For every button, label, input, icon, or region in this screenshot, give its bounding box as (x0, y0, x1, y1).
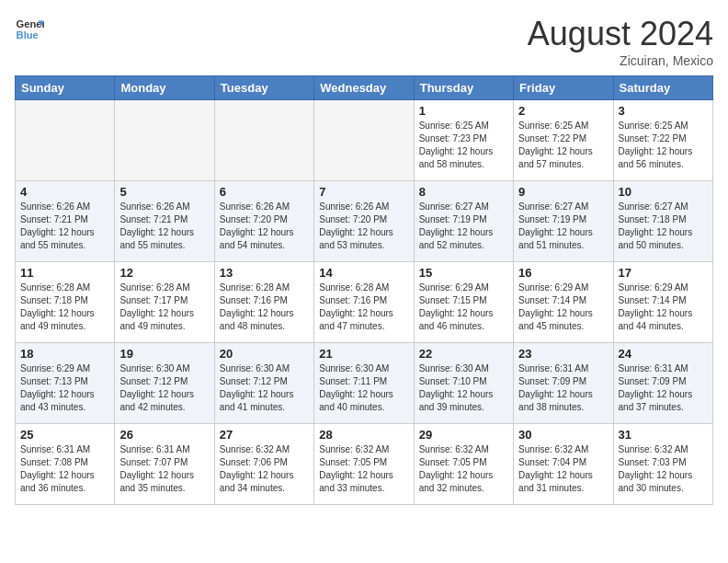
calendar-day-cell: 27Sunrise: 6:32 AM Sunset: 7:06 PM Dayli… (214, 424, 313, 505)
calendar-day-cell: 18Sunrise: 6:29 AM Sunset: 7:13 PM Dayli… (16, 343, 115, 424)
month-title: August 2024 (528, 15, 713, 53)
empty-cell (16, 100, 115, 181)
day-info: Sunrise: 6:29 AM Sunset: 7:15 PM Dayligh… (419, 282, 508, 333)
day-info: Sunrise: 6:26 AM Sunset: 7:21 PM Dayligh… (20, 201, 109, 252)
day-number: 27 (220, 428, 309, 442)
calendar-day-cell: 14Sunrise: 6:28 AM Sunset: 7:16 PM Dayli… (314, 262, 414, 343)
day-info: Sunrise: 6:28 AM Sunset: 7:16 PM Dayligh… (319, 282, 408, 333)
page-header: General Blue August 2024 Zicuiran, Mexic… (15, 15, 713, 68)
weekday-header: Thursday (414, 76, 513, 100)
calendar-day-cell: 28Sunrise: 6:32 AM Sunset: 7:05 PM Dayli… (314, 424, 414, 505)
calendar-day-cell: 7Sunrise: 6:26 AM Sunset: 7:20 PM Daylig… (314, 181, 414, 262)
calendar-day-cell: 19Sunrise: 6:30 AM Sunset: 7:12 PM Dayli… (115, 343, 214, 424)
day-info: Sunrise: 6:29 AM Sunset: 7:14 PM Dayligh… (518, 282, 608, 333)
day-number: 14 (319, 266, 408, 280)
calendar-day-cell: 21Sunrise: 6:30 AM Sunset: 7:11 PM Dayli… (314, 343, 414, 424)
day-info: Sunrise: 6:25 AM Sunset: 7:22 PM Dayligh… (518, 120, 608, 171)
day-number: 17 (619, 266, 708, 280)
day-number: 5 (119, 185, 209, 199)
day-number: 6 (220, 185, 309, 199)
calendar-day-cell: 31Sunrise: 6:32 AM Sunset: 7:03 PM Dayli… (613, 424, 712, 505)
day-info: Sunrise: 6:28 AM Sunset: 7:16 PM Dayligh… (220, 282, 309, 333)
calendar-day-cell: 1Sunrise: 6:25 AM Sunset: 7:23 PM Daylig… (414, 100, 513, 181)
day-number: 26 (119, 428, 209, 442)
svg-text:Blue: Blue (17, 29, 39, 40)
day-number: 20 (220, 347, 309, 361)
day-info: Sunrise: 6:30 AM Sunset: 7:12 PM Dayligh… (220, 362, 309, 414)
day-info: Sunrise: 6:25 AM Sunset: 7:22 PM Dayligh… (619, 120, 708, 171)
day-number: 13 (220, 266, 309, 280)
day-info: Sunrise: 6:27 AM Sunset: 7:19 PM Dayligh… (518, 201, 608, 252)
calendar-day-cell: 3Sunrise: 6:25 AM Sunset: 7:22 PM Daylig… (613, 100, 712, 181)
calendar-day-cell: 13Sunrise: 6:28 AM Sunset: 7:16 PM Dayli… (214, 262, 313, 343)
day-number: 8 (419, 185, 508, 199)
day-info: Sunrise: 6:29 AM Sunset: 7:13 PM Dayligh… (20, 362, 109, 414)
day-number: 15 (419, 266, 508, 280)
calendar-day-cell: 20Sunrise: 6:30 AM Sunset: 7:12 PM Dayli… (214, 343, 313, 424)
day-info: Sunrise: 6:31 AM Sunset: 7:08 PM Dayligh… (20, 443, 109, 495)
day-number: 3 (619, 104, 708, 118)
calendar-day-cell: 2Sunrise: 6:25 AM Sunset: 7:22 PM Daylig… (514, 100, 613, 181)
calendar-day-cell: 4Sunrise: 6:26 AM Sunset: 7:21 PM Daylig… (16, 181, 115, 262)
day-info: Sunrise: 6:26 AM Sunset: 7:20 PM Dayligh… (220, 201, 309, 252)
day-info: Sunrise: 6:30 AM Sunset: 7:11 PM Dayligh… (319, 362, 408, 414)
calendar-day-cell: 29Sunrise: 6:32 AM Sunset: 7:05 PM Dayli… (414, 424, 513, 505)
day-number: 28 (319, 428, 408, 442)
weekday-header: Sunday (16, 76, 115, 100)
empty-cell (115, 100, 214, 181)
weekday-header: Tuesday (214, 76, 313, 100)
day-info: Sunrise: 6:28 AM Sunset: 7:18 PM Dayligh… (20, 282, 109, 333)
day-number: 18 (20, 347, 109, 361)
day-number: 10 (619, 185, 708, 199)
calendar-day-cell: 11Sunrise: 6:28 AM Sunset: 7:18 PM Dayli… (16, 262, 115, 343)
day-info: Sunrise: 6:32 AM Sunset: 7:05 PM Dayligh… (319, 443, 408, 495)
empty-cell (214, 100, 313, 181)
svg-text:General: General (17, 18, 44, 29)
day-number: 23 (518, 347, 608, 361)
day-info: Sunrise: 6:30 AM Sunset: 7:10 PM Dayligh… (419, 362, 508, 414)
day-number: 19 (119, 347, 209, 361)
day-info: Sunrise: 6:31 AM Sunset: 7:07 PM Dayligh… (119, 443, 209, 495)
day-info: Sunrise: 6:32 AM Sunset: 7:05 PM Dayligh… (419, 443, 508, 495)
calendar-day-cell: 15Sunrise: 6:29 AM Sunset: 7:15 PM Dayli… (414, 262, 513, 343)
day-number: 9 (518, 185, 608, 199)
title-block: August 2024 Zicuiran, Mexico (528, 15, 713, 68)
calendar-table: SundayMondayTuesdayWednesdayThursdayFrid… (15, 75, 713, 505)
calendar-day-cell: 24Sunrise: 6:31 AM Sunset: 7:09 PM Dayli… (613, 343, 712, 424)
day-number: 11 (20, 266, 109, 280)
weekday-header: Saturday (613, 76, 712, 100)
calendar-day-cell: 5Sunrise: 6:26 AM Sunset: 7:21 PM Daylig… (115, 181, 214, 262)
day-info: Sunrise: 6:27 AM Sunset: 7:18 PM Dayligh… (619, 201, 708, 252)
day-info: Sunrise: 6:28 AM Sunset: 7:17 PM Dayligh… (119, 282, 209, 333)
calendar-day-cell: 22Sunrise: 6:30 AM Sunset: 7:10 PM Dayli… (414, 343, 513, 424)
calendar-day-cell: 8Sunrise: 6:27 AM Sunset: 7:19 PM Daylig… (414, 181, 513, 262)
day-info: Sunrise: 6:32 AM Sunset: 7:06 PM Dayligh… (220, 443, 309, 495)
day-number: 12 (119, 266, 209, 280)
calendar-day-cell: 12Sunrise: 6:28 AM Sunset: 7:17 PM Dayli… (115, 262, 214, 343)
day-info: Sunrise: 6:30 AM Sunset: 7:12 PM Dayligh… (119, 362, 209, 414)
day-number: 7 (319, 185, 408, 199)
day-number: 2 (518, 104, 608, 118)
calendar-day-cell: 25Sunrise: 6:31 AM Sunset: 7:08 PM Dayli… (16, 424, 115, 505)
day-info: Sunrise: 6:25 AM Sunset: 7:23 PM Dayligh… (419, 120, 508, 171)
day-info: Sunrise: 6:32 AM Sunset: 7:03 PM Dayligh… (619, 443, 708, 495)
empty-cell (314, 100, 414, 181)
day-info: Sunrise: 6:31 AM Sunset: 7:09 PM Dayligh… (619, 362, 708, 414)
calendar-day-cell: 17Sunrise: 6:29 AM Sunset: 7:14 PM Dayli… (613, 262, 712, 343)
logo-icon: General Blue (15, 15, 44, 44)
day-number: 16 (518, 266, 608, 280)
day-number: 29 (419, 428, 508, 442)
day-info: Sunrise: 6:27 AM Sunset: 7:19 PM Dayligh… (419, 201, 508, 252)
day-number: 22 (419, 347, 508, 361)
day-info: Sunrise: 6:32 AM Sunset: 7:04 PM Dayligh… (518, 443, 608, 495)
weekday-header: Monday (115, 76, 214, 100)
location-subtitle: Zicuiran, Mexico (528, 53, 713, 68)
calendar-day-cell: 23Sunrise: 6:31 AM Sunset: 7:09 PM Dayli… (514, 343, 613, 424)
day-number: 21 (319, 347, 408, 361)
day-info: Sunrise: 6:26 AM Sunset: 7:20 PM Dayligh… (319, 201, 408, 252)
day-number: 24 (619, 347, 708, 361)
day-number: 30 (518, 428, 608, 442)
day-info: Sunrise: 6:26 AM Sunset: 7:21 PM Dayligh… (119, 201, 209, 252)
calendar-day-cell: 6Sunrise: 6:26 AM Sunset: 7:20 PM Daylig… (214, 181, 313, 262)
calendar-day-cell: 16Sunrise: 6:29 AM Sunset: 7:14 PM Dayli… (514, 262, 613, 343)
